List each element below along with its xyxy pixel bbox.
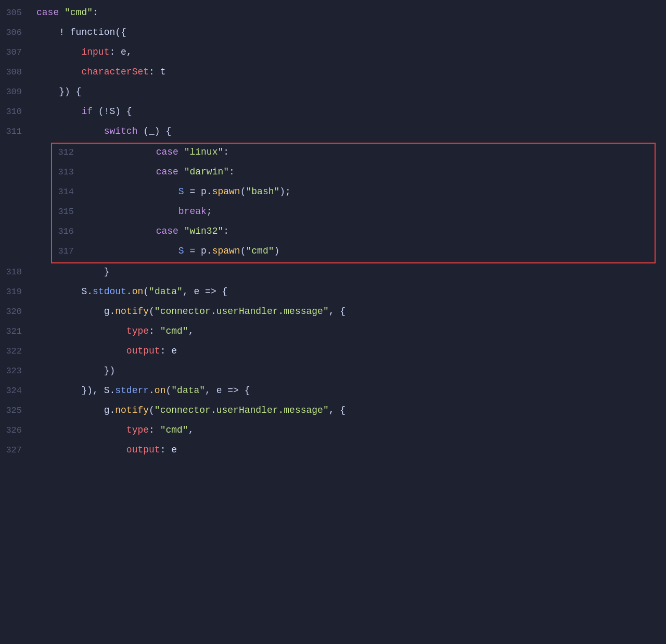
code-line: 314 S = p.spawn("bash"); (52, 183, 655, 203)
line-number: 317 (52, 244, 88, 258)
line-content: } (36, 264, 666, 280)
line-content: g.notify("connector.userHandler.message"… (36, 304, 666, 319)
line-content: output: e (36, 344, 666, 359)
code-line: 326 type: "cmd", (0, 422, 666, 441)
line-content: g.notify("connector.userHandler.message"… (36, 403, 666, 418)
line-number: 308 (0, 65, 36, 79)
line-number: 310 (0, 105, 36, 119)
line-number: 309 (0, 85, 36, 99)
code-line: 327 output: e (0, 441, 666, 461)
line-content: break; (88, 204, 648, 219)
line-number: 327 (0, 443, 36, 457)
line-content: output: e (36, 443, 666, 458)
line-number: 306 (0, 26, 36, 40)
line-number: 312 (52, 145, 88, 159)
code-line: 323 }) (0, 362, 666, 382)
code-editor: 305case "cmd":306 ! function({307 input:… (0, 0, 666, 465)
code-lines-before: 305case "cmd":306 ! function({307 input:… (0, 4, 666, 143)
line-content: characterSet: t (36, 65, 666, 80)
code-line: 308 characterSet: t (0, 64, 666, 83)
code-line: 320 g.notify("connector.userHandler.mess… (0, 303, 666, 323)
line-content: case "linux": (88, 145, 648, 160)
line-content: case "darwin": (88, 165, 648, 180)
code-line: 322 output: e (0, 343, 666, 362)
line-content: S = p.spawn("bash"); (88, 184, 648, 199)
line-content: if (!S) { (36, 104, 666, 119)
code-line: 311 switch (_) { (0, 123, 666, 143)
code-line: 306 ! function({ (0, 24, 666, 44)
line-content: S.stdout.on("data", e => { (36, 284, 666, 299)
code-line: 317 S = p.spawn("cmd") (52, 243, 655, 262)
code-line: 321 type: "cmd", (0, 323, 666, 343)
line-content: S = p.spawn("cmd") (88, 244, 648, 259)
line-content: }) { (36, 84, 666, 99)
code-line: 313 case "darwin": (52, 163, 655, 183)
line-number: 316 (52, 224, 88, 238)
code-line: 318 } (0, 263, 666, 283)
line-number: 318 (0, 265, 36, 279)
line-number: 326 (0, 423, 36, 437)
line-content: type: "cmd", (36, 423, 666, 438)
line-content: ! function({ (36, 25, 666, 40)
line-number: 321 (0, 324, 36, 338)
highlighted-lines: 312 case "linux":313 case "darwin":314 S… (52, 144, 655, 262)
line-content: case "cmd": (36, 5, 666, 20)
line-number: 320 (0, 305, 36, 319)
line-content: switch (_) { (36, 124, 666, 139)
line-number: 314 (52, 185, 88, 199)
line-number: 323 (0, 364, 36, 378)
line-content: case "win32": (88, 224, 648, 239)
code-line: 309 }) { (0, 83, 666, 103)
line-content: }), S.stderr.on("data", e => { (36, 383, 666, 398)
line-content: input: e, (36, 45, 666, 60)
code-line: 325 g.notify("connector.userHandler.mess… (0, 402, 666, 422)
line-number: 313 (52, 165, 88, 179)
highlighted-code-block: 312 case "linux":313 case "darwin":314 S… (51, 143, 656, 263)
code-line: 319 S.stdout.on("data", e => { (0, 283, 666, 303)
line-number: 311 (0, 124, 36, 138)
line-number: 319 (0, 285, 36, 299)
line-number: 305 (0, 6, 36, 20)
line-number: 307 (0, 45, 36, 59)
line-content: type: "cmd", (36, 324, 666, 339)
code-lines-after: 318 }319 S.stdout.on("data", e => {320 g… (0, 263, 666, 461)
code-line: 310 if (!S) { (0, 103, 666, 123)
line-number: 315 (52, 205, 88, 219)
line-content: }) (36, 363, 666, 378)
code-line: 312 case "linux": (52, 144, 655, 163)
code-line: 315 break; (52, 203, 655, 223)
code-line: 324 }), S.stderr.on("data", e => { (0, 382, 666, 402)
code-line: 305case "cmd": (0, 4, 666, 24)
line-number: 322 (0, 344, 36, 358)
line-number: 325 (0, 403, 36, 418)
code-line: 316 case "win32": (52, 223, 655, 243)
code-line: 307 input: e, (0, 44, 666, 64)
line-number: 324 (0, 384, 36, 398)
